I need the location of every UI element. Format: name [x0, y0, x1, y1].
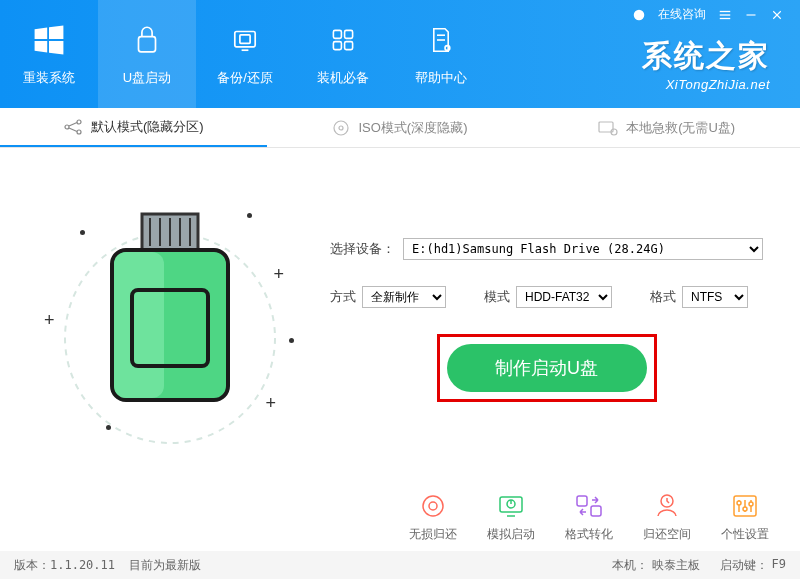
- version-text: 版本：1.1.20.11: [14, 557, 115, 574]
- svg-point-56: [749, 502, 753, 506]
- svg-line-26: [69, 128, 77, 132]
- svg-rect-48: [591, 506, 601, 516]
- online-consult-link[interactable]: 在线咨询: [658, 6, 706, 23]
- power-monitor-icon: [496, 492, 526, 520]
- svg-marker-2: [35, 41, 48, 53]
- help-doc-icon: [422, 21, 460, 59]
- bootkey-value: F9: [772, 557, 786, 574]
- create-button-highlight: 制作启动U盘: [437, 334, 657, 402]
- svg-point-27: [334, 121, 348, 135]
- svg-marker-0: [35, 27, 48, 39]
- host-value: 映泰主板: [652, 557, 700, 574]
- create-button-label: 制作启动U盘: [495, 356, 598, 380]
- svg-rect-10: [333, 42, 341, 50]
- backup-icon: [226, 21, 264, 59]
- svg-point-23: [77, 120, 81, 124]
- svg-rect-4: [139, 37, 156, 52]
- tool-label: 模拟启动: [487, 526, 535, 543]
- tool-lossless-restore[interactable]: 无损归还: [404, 492, 462, 543]
- create-usb-button[interactable]: 制作启动U盘: [447, 344, 647, 392]
- device-label: 选择设备：: [330, 240, 395, 258]
- nav-reinstall[interactable]: 重装系统: [0, 0, 98, 108]
- return-space-icon: [652, 492, 682, 520]
- convert-icon: [574, 492, 604, 520]
- tools-row: 无损归还 模拟启动 格式转化 归还空间 个性设置: [404, 492, 774, 543]
- svg-point-28: [339, 126, 343, 130]
- brand-url: XiTongZhiJia.net: [642, 77, 770, 92]
- svg-point-24: [77, 130, 81, 134]
- subtab-label: ISO模式(深度隐藏): [358, 119, 467, 137]
- bootkey-label: 启动键：: [720, 557, 768, 574]
- method-select[interactable]: 全新制作: [362, 286, 446, 308]
- device-select[interactable]: E:(hd1)Samsung Flash Drive (28.24G): [403, 238, 763, 260]
- mode-label: 模式: [484, 288, 510, 306]
- tool-label: 格式转化: [565, 526, 613, 543]
- usb-lock-icon: [128, 21, 166, 59]
- brand-title: 系统之家: [642, 36, 770, 77]
- penguin-icon[interactable]: [632, 8, 646, 22]
- tool-return-space[interactable]: 归还空间: [638, 492, 696, 543]
- nav-label: 装机必备: [317, 69, 369, 87]
- main-content: + + + 选择设备： E:(hd1)Samsung Flash Drive (…: [0, 148, 800, 543]
- svg-point-22: [65, 125, 69, 129]
- restore-icon: [418, 492, 448, 520]
- minimize-icon[interactable]: [744, 8, 758, 22]
- subtab-label: 默认模式(隐藏分区): [91, 118, 204, 136]
- subtab-iso[interactable]: ISO模式(深度隐藏): [267, 108, 534, 147]
- svg-point-42: [429, 502, 437, 510]
- brand-logo: 系统之家 XiTongZhiJia.net: [642, 36, 770, 92]
- svg-rect-9: [345, 30, 353, 38]
- device-row: 选择设备： E:(hd1)Samsung Flash Drive (28.24G…: [330, 238, 763, 260]
- version-status: 目前为最新版: [129, 557, 201, 574]
- svg-point-52: [737, 501, 741, 505]
- nav-help[interactable]: 帮助中心: [392, 0, 490, 108]
- method-label: 方式: [330, 288, 356, 306]
- menu-icon[interactable]: [718, 8, 732, 22]
- disc-icon: [332, 119, 350, 137]
- svg-rect-47: [577, 496, 587, 506]
- tool-label: 无损归还: [409, 526, 457, 543]
- svg-rect-11: [345, 42, 353, 50]
- svg-marker-1: [49, 26, 63, 39]
- tool-simulate-boot[interactable]: 模拟启动: [482, 492, 540, 543]
- titlebar: 在线咨询: [632, 6, 784, 23]
- svg-rect-5: [235, 32, 255, 47]
- form-area: 选择设备： E:(hd1)Samsung Flash Drive (28.24G…: [300, 178, 763, 543]
- format-select[interactable]: NTFS: [682, 286, 748, 308]
- status-bar: 版本：1.1.20.11 目前为最新版 本机： 映泰主板 启动键： F9: [0, 551, 800, 579]
- app-header: 重装系统 U盘启动 备份/还原 装机必备 帮助中心 在线咨询: [0, 0, 800, 108]
- nav-label: 重装系统: [23, 69, 75, 87]
- svg-point-54: [743, 507, 747, 511]
- svg-line-25: [69, 122, 77, 126]
- close-icon[interactable]: [770, 8, 784, 22]
- nav-label: 帮助中心: [415, 69, 467, 87]
- grid-icon: [324, 21, 362, 59]
- svg-marker-3: [49, 41, 63, 55]
- nav-essentials[interactable]: 装机必备: [294, 0, 392, 108]
- svg-rect-39: [114, 252, 164, 398]
- nav-backup[interactable]: 备份/还原: [196, 0, 294, 108]
- tool-label: 个性设置: [721, 526, 769, 543]
- usb-illustration: + + +: [40, 178, 300, 458]
- mode-subtabs: 默认模式(隐藏分区) ISO模式(深度隐藏) 本地急救(无需U盘): [0, 108, 800, 148]
- svg-rect-8: [333, 30, 341, 38]
- subtab-local[interactable]: 本地急救(无需U盘): [533, 108, 800, 147]
- monitor-pin-icon: [598, 120, 618, 136]
- mode-select[interactable]: HDD-FAT32: [516, 286, 612, 308]
- nav-label: U盘启动: [123, 69, 171, 87]
- nav-usb-boot[interactable]: U盘启动: [98, 0, 196, 108]
- svg-rect-6: [240, 35, 250, 44]
- svg-point-41: [423, 496, 443, 516]
- settings-sliders-icon: [730, 492, 760, 520]
- format-label: 格式: [650, 288, 676, 306]
- tool-format-convert[interactable]: 格式转化: [560, 492, 618, 543]
- nav-label: 备份/还原: [217, 69, 273, 87]
- host-label: 本机：: [612, 557, 648, 574]
- windows-icon: [30, 21, 68, 59]
- options-row: 方式 全新制作 模式 HDD-FAT32 格式 NTFS: [330, 286, 763, 308]
- tool-customize[interactable]: 个性设置: [716, 492, 774, 543]
- tool-label: 归还空间: [643, 526, 691, 543]
- usb-share-icon: [63, 119, 83, 135]
- subtab-default[interactable]: 默认模式(隐藏分区): [0, 108, 267, 147]
- svg-point-15: [634, 9, 645, 20]
